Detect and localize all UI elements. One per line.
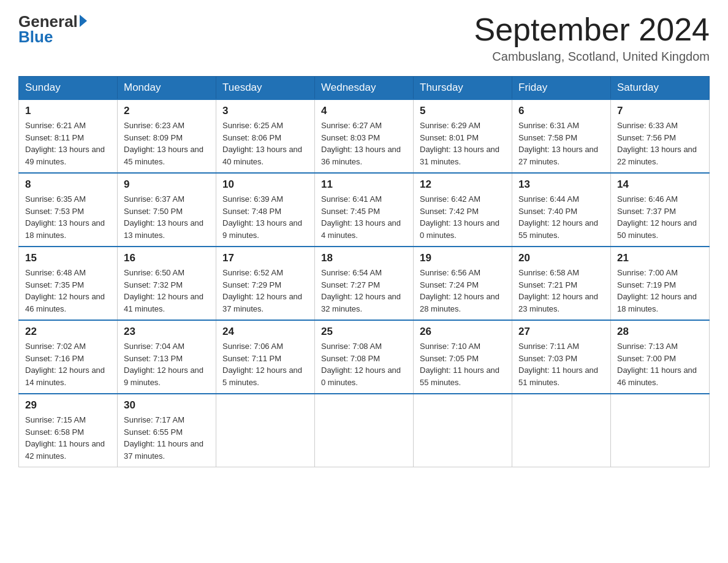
day-cell-19: 19Sunrise: 6:56 AMSunset: 7:24 PMDayligh… [414, 247, 512, 320]
day-number-7: 7 [617, 105, 703, 117]
day-info-5: Sunrise: 6:29 AMSunset: 8:01 PMDaylight:… [420, 120, 506, 167]
day-number-27: 27 [518, 326, 604, 338]
day-number-6: 6 [518, 105, 604, 117]
day-number-23: 23 [124, 326, 210, 338]
day-info-30: Sunrise: 7:17 AMSunset: 6:55 PMDaylight:… [124, 414, 210, 462]
day-cell-10: 10Sunrise: 6:39 AMSunset: 7:48 PMDayligh… [216, 173, 315, 247]
empty-cell-w4d3 [315, 394, 414, 467]
logo: General Blue [18, 12, 87, 47]
day-number-10: 10 [222, 178, 308, 191]
day-info-6: Sunrise: 6:31 AMSunset: 7:58 PMDaylight:… [518, 120, 604, 167]
day-number-11: 11 [321, 178, 407, 191]
day-info-13: Sunrise: 6:44 AMSunset: 7:40 PMDaylight:… [518, 193, 604, 241]
day-number-4: 4 [321, 105, 407, 117]
day-number-3: 3 [222, 105, 308, 117]
empty-cell-w4d5 [512, 394, 611, 467]
week-row-5: 29Sunrise: 7:15 AMSunset: 6:58 PMDayligh… [19, 394, 710, 467]
day-info-12: Sunrise: 6:42 AMSunset: 7:42 PMDaylight:… [420, 193, 506, 241]
day-info-21: Sunrise: 7:00 AMSunset: 7:19 PMDaylight:… [617, 267, 703, 315]
day-cell-8: 8Sunrise: 6:35 AMSunset: 7:53 PMDaylight… [19, 173, 118, 247]
day-cell-5: 5Sunrise: 6:29 AMSunset: 8:01 PMDaylight… [414, 99, 512, 173]
week-row-1: 1Sunrise: 6:21 AMSunset: 8:11 PMDaylight… [19, 99, 710, 173]
week-row-2: 8Sunrise: 6:35 AMSunset: 7:53 PMDaylight… [19, 173, 710, 247]
day-info-26: Sunrise: 7:10 AMSunset: 7:05 PMDaylight:… [420, 340, 506, 388]
empty-cell-w4d2 [216, 394, 315, 467]
day-number-20: 20 [518, 252, 604, 264]
logo-blue-text: Blue [18, 28, 53, 46]
day-cell-20: 20Sunrise: 6:58 AMSunset: 7:21 PMDayligh… [512, 247, 611, 320]
day-number-29: 29 [25, 399, 111, 412]
day-cell-28: 28Sunrise: 7:13 AMSunset: 7:00 PMDayligh… [611, 320, 710, 394]
day-cell-6: 6Sunrise: 6:31 AMSunset: 7:58 PMDaylight… [512, 99, 611, 173]
day-info-16: Sunrise: 6:50 AMSunset: 7:32 PMDaylight:… [124, 267, 210, 315]
day-info-23: Sunrise: 7:04 AMSunset: 7:13 PMDaylight:… [124, 340, 210, 388]
day-number-16: 16 [124, 252, 210, 264]
header-tuesday: Tuesday [216, 77, 315, 100]
day-cell-26: 26Sunrise: 7:10 AMSunset: 7:05 PMDayligh… [414, 320, 512, 394]
day-number-25: 25 [321, 326, 407, 338]
day-cell-23: 23Sunrise: 7:04 AMSunset: 7:13 PMDayligh… [118, 320, 216, 394]
day-info-9: Sunrise: 6:37 AMSunset: 7:50 PMDaylight:… [124, 193, 210, 241]
day-number-22: 22 [25, 326, 111, 338]
day-cell-14: 14Sunrise: 6:46 AMSunset: 7:37 PMDayligh… [611, 173, 710, 247]
week-row-3: 15Sunrise: 6:48 AMSunset: 7:35 PMDayligh… [19, 247, 710, 320]
header-wednesday: Wednesday [315, 77, 414, 100]
empty-cell-w4d4 [414, 394, 512, 467]
day-number-13: 13 [518, 178, 604, 191]
day-cell-15: 15Sunrise: 6:48 AMSunset: 7:35 PMDayligh… [19, 247, 118, 320]
day-info-28: Sunrise: 7:13 AMSunset: 7:00 PMDaylight:… [617, 340, 703, 388]
day-number-9: 9 [124, 178, 210, 191]
day-cell-4: 4Sunrise: 6:27 AMSunset: 8:03 PMDaylight… [315, 99, 414, 173]
day-cell-9: 9Sunrise: 6:37 AMSunset: 7:50 PMDaylight… [118, 173, 216, 247]
day-info-20: Sunrise: 6:58 AMSunset: 7:21 PMDaylight:… [518, 267, 604, 315]
logo-arrow-icon [80, 15, 87, 27]
day-info-18: Sunrise: 6:54 AMSunset: 7:27 PMDaylight:… [321, 267, 407, 315]
day-info-4: Sunrise: 6:27 AMSunset: 8:03 PMDaylight:… [321, 120, 407, 167]
day-number-17: 17 [222, 252, 308, 264]
day-cell-30: 30Sunrise: 7:17 AMSunset: 6:55 PMDayligh… [118, 394, 216, 467]
header-monday: Monday [118, 77, 216, 100]
day-number-30: 30 [124, 399, 210, 412]
month-title: September 2024 [474, 12, 710, 47]
day-cell-16: 16Sunrise: 6:50 AMSunset: 7:32 PMDayligh… [118, 247, 216, 320]
day-info-29: Sunrise: 7:15 AMSunset: 6:58 PMDaylight:… [25, 414, 111, 462]
day-cell-13: 13Sunrise: 6:44 AMSunset: 7:40 PMDayligh… [512, 173, 611, 247]
day-cell-7: 7Sunrise: 6:33 AMSunset: 7:56 PMDaylight… [611, 99, 710, 173]
day-cell-11: 11Sunrise: 6:41 AMSunset: 7:45 PMDayligh… [315, 173, 414, 247]
header-thursday: Thursday [414, 77, 512, 100]
title-area: September 2024 Cambuslang, Scotland, Uni… [474, 12, 710, 64]
day-info-10: Sunrise: 6:39 AMSunset: 7:48 PMDaylight:… [222, 193, 308, 241]
day-number-5: 5 [420, 105, 506, 117]
week-row-4: 22Sunrise: 7:02 AMSunset: 7:16 PMDayligh… [19, 320, 710, 394]
day-info-14: Sunrise: 6:46 AMSunset: 7:37 PMDaylight:… [617, 193, 703, 241]
day-info-3: Sunrise: 6:25 AMSunset: 8:06 PMDaylight:… [222, 120, 308, 167]
day-number-24: 24 [222, 326, 308, 338]
day-cell-24: 24Sunrise: 7:06 AMSunset: 7:11 PMDayligh… [216, 320, 315, 394]
day-cell-17: 17Sunrise: 6:52 AMSunset: 7:29 PMDayligh… [216, 247, 315, 320]
day-number-1: 1 [25, 105, 111, 117]
day-info-15: Sunrise: 6:48 AMSunset: 7:35 PMDaylight:… [25, 267, 111, 315]
day-number-15: 15 [25, 252, 111, 264]
location-subtitle: Cambuslang, Scotland, United Kingdom [474, 50, 710, 64]
day-number-18: 18 [321, 252, 407, 264]
day-info-11: Sunrise: 6:41 AMSunset: 7:45 PMDaylight:… [321, 193, 407, 241]
header-sunday: Sunday [19, 77, 118, 100]
day-number-26: 26 [420, 326, 506, 338]
day-info-25: Sunrise: 7:08 AMSunset: 7:08 PMDaylight:… [321, 340, 407, 388]
weekday-header-row: Sunday Monday Tuesday Wednesday Thursday… [19, 77, 710, 100]
day-info-17: Sunrise: 6:52 AMSunset: 7:29 PMDaylight:… [222, 267, 308, 315]
day-number-14: 14 [617, 178, 703, 191]
header-saturday: Saturday [611, 77, 710, 100]
day-cell-22: 22Sunrise: 7:02 AMSunset: 7:16 PMDayligh… [19, 320, 118, 394]
day-cell-2: 2Sunrise: 6:23 AMSunset: 8:09 PMDaylight… [118, 99, 216, 173]
day-number-28: 28 [617, 326, 703, 338]
day-number-12: 12 [420, 178, 506, 191]
day-number-21: 21 [617, 252, 703, 264]
day-info-8: Sunrise: 6:35 AMSunset: 7:53 PMDaylight:… [25, 193, 111, 241]
calendar-table: Sunday Monday Tuesday Wednesday Thursday… [18, 76, 710, 467]
header-friday: Friday [512, 77, 611, 100]
day-cell-18: 18Sunrise: 6:54 AMSunset: 7:27 PMDayligh… [315, 247, 414, 320]
page-header: General Blue September 2024 Cambuslang, … [18, 12, 710, 64]
day-info-2: Sunrise: 6:23 AMSunset: 8:09 PMDaylight:… [124, 120, 210, 167]
day-info-27: Sunrise: 7:11 AMSunset: 7:03 PMDaylight:… [518, 340, 604, 388]
